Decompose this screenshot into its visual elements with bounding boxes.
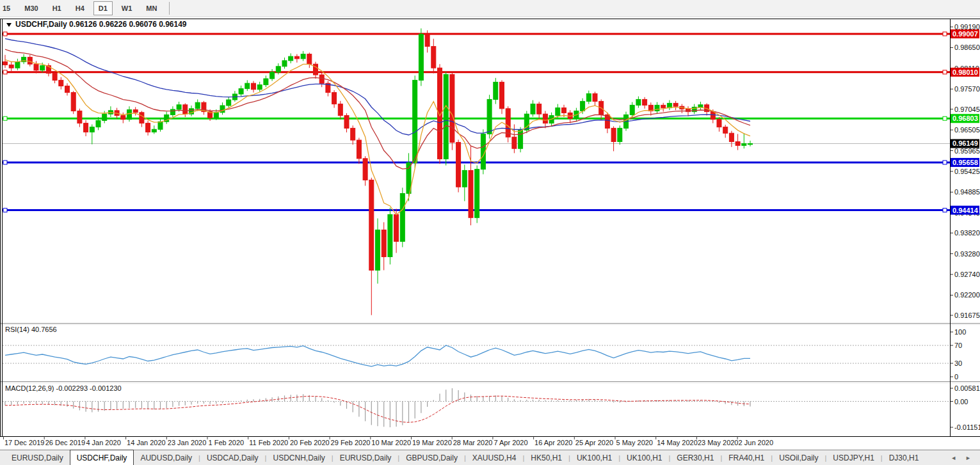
hline-handle[interactable]: [943, 70, 947, 74]
hline-handle[interactable]: [943, 209, 947, 212]
price-tag-label: 0.96803: [952, 114, 978, 122]
hline-handle[interactable]: [3, 161, 7, 164]
chart-tab-uk100-h1[interactable]: UK100,H1: [570, 450, 618, 465]
candle-body: [319, 75, 324, 83]
hline-handle[interactable]: [943, 32, 947, 36]
tab-scroll-right-icon[interactable]: ►: [965, 455, 971, 461]
macd-axis-label: 0.005818: [954, 384, 980, 392]
candle-body: [376, 230, 380, 270]
hline-handle[interactable]: [3, 32, 7, 36]
hline-handle[interactable]: [943, 116, 947, 120]
candle-body: [630, 105, 634, 114]
candle-body: [586, 93, 591, 101]
hline-handle[interactable]: [3, 209, 7, 212]
chart-title: USDCHF,Daily 0.96126 0.96226 0.96076 0.9…: [15, 20, 187, 29]
price-axis-label: 0.93280: [954, 250, 980, 258]
price-axis-label: 0.97570: [954, 85, 980, 93]
candle-body: [618, 128, 622, 141]
chart-tab-usdchf-daily[interactable]: USDCHF,Daily: [70, 450, 134, 465]
tab-scroll-left-icon[interactable]: ◄: [951, 455, 956, 461]
rsi-axis-label: 0: [954, 373, 958, 381]
chart-tab-hk50-h1[interactable]: HK50,H1: [524, 450, 568, 465]
timeframe-button-m30[interactable]: M30: [19, 1, 43, 15]
candle-body: [40, 66, 45, 70]
candle-body: [419, 34, 423, 80]
date-label: 19 Mar 2020: [412, 439, 452, 446]
chart-canvas[interactable]: USDCHF,Daily 0.96126 0.96226 0.96076 0.9…: [0, 17, 980, 450]
candle-body: [183, 105, 188, 114]
candle-body: [729, 133, 734, 141]
candle-body: [140, 113, 144, 123]
candle-body: [400, 193, 405, 241]
candle-body: [363, 159, 367, 180]
macd-axis-label: -0.011514: [954, 423, 980, 431]
candle-body: [611, 128, 616, 141]
date-label: 29 Feb 2020: [331, 439, 371, 446]
date-label: 17 Dec 2019: [4, 439, 44, 446]
timeframe-button-w1[interactable]: W1: [116, 1, 138, 15]
price-axis-label: 0.98650: [954, 43, 980, 51]
chart-tab-uk100-h1[interactable]: UK100,H1: [620, 450, 668, 465]
chart-tab-usdjpy-h1[interactable]: USDJPY,H1: [826, 450, 880, 465]
candle-body: [711, 112, 715, 120]
rsi-pane: RSI(14) 40.765610070300: [0, 324, 980, 381]
date-label: 14 Jan 2020: [127, 439, 166, 446]
candle-body: [158, 122, 163, 129]
hline-handle[interactable]: [943, 161, 947, 164]
hline-handle[interactable]: [3, 116, 7, 120]
candle-body: [723, 127, 728, 134]
candle-body: [177, 105, 181, 109]
date-label: 16 Apr 2020: [534, 439, 572, 446]
candle-body: [735, 141, 740, 145]
candle-body: [65, 86, 70, 92]
candle-body: [301, 54, 305, 59]
chart-tab-xauusd-h4[interactable]: XAUUSD,H4: [466, 450, 523, 465]
date-label: 28 Mar 2020: [453, 439, 493, 446]
price-axis-label: 0.91675: [954, 311, 980, 319]
candle-body: [655, 105, 659, 111]
chart-tab-fra40-h1[interactable]: FRA40,H1: [722, 450, 771, 465]
timeframe-button-d1[interactable]: D1: [93, 1, 113, 15]
candle-body: [214, 113, 218, 118]
price-axis-label: 0.92200: [954, 291, 980, 299]
price-axis-label: 0.93820: [954, 229, 980, 237]
timeframe-button-15[interactable]: 15: [0, 1, 15, 15]
chart-tab-dj30-h1[interactable]: DJ30,H1: [883, 450, 926, 465]
candle-body: [239, 89, 243, 94]
candle-body: [425, 34, 430, 46]
tab-scroll-controls: ◄►: [951, 450, 980, 465]
candle-body: [227, 100, 231, 106]
date-label: 25 Apr 2020: [575, 439, 613, 446]
chart-tab-ger30-h1[interactable]: GER30,H1: [670, 450, 720, 465]
chart-tab-usdcnh-daily[interactable]: USDCNH,Daily: [266, 450, 331, 465]
timeframe-button-mn[interactable]: MN: [141, 1, 162, 15]
timeframe-button-h4[interactable]: H4: [70, 1, 90, 15]
candle-body: [673, 103, 678, 106]
candle-body: [487, 99, 492, 134]
rsi-axis-label: 100: [954, 328, 966, 336]
candle-body: [90, 127, 94, 132]
hline-handle[interactable]: [3, 70, 7, 74]
date-label: 7 Apr 2020: [494, 439, 527, 446]
candle-body: [413, 80, 417, 162]
candle-body: [102, 114, 107, 120]
candle-body: [394, 214, 399, 241]
candle-body: [338, 104, 342, 116]
candle-body: [462, 170, 467, 187]
chart-tab-audusd-daily[interactable]: AUDUSD,Daily: [134, 450, 198, 465]
chart-tab-usoil-daily[interactable]: USOil,Daily: [773, 450, 824, 465]
chart-tab-eurusd-daily[interactable]: EURUSD,Daily: [5, 450, 70, 465]
chart-tab-gbpusd-daily[interactable]: GBPUSD,Daily: [399, 450, 464, 465]
candle-body: [531, 104, 535, 114]
chart-borders: [0, 19, 980, 437]
slow-ma-line: [5, 38, 750, 135]
price-tag-label: 0.98010: [952, 68, 978, 76]
date-label: 11 Feb 2020: [249, 439, 288, 446]
chart-tab-eurusd-daily[interactable]: EURUSD,Daily: [333, 450, 398, 465]
symbol-dropdown-icon[interactable]: [6, 23, 12, 27]
chart-tab-usdcad-daily[interactable]: USDCAD,Daily: [200, 450, 265, 465]
price-axis-label: 0.97045: [954, 106, 980, 113]
timeframe-button-h1[interactable]: H1: [47, 1, 67, 15]
candle-body: [307, 54, 312, 65]
chart-tab-bar: EURUSD,DailyUSDCHF,DailyAUDUSD,Daily|USD…: [0, 450, 980, 465]
